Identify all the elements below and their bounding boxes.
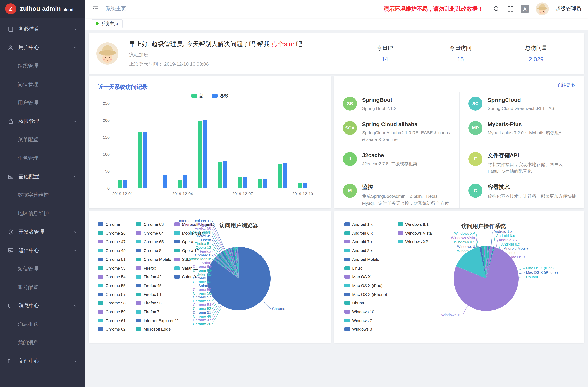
sidebar-item-用户管理[interactable]: 用户管理 <box>0 94 85 112</box>
legend-item[interactable]: Chrome 54 <box>98 274 126 279</box>
legend-item[interactable]: Chrome 61 <box>98 318 126 323</box>
legend-item[interactable]: Chrome 55 <box>98 283 126 288</box>
tech-desc: 集成SpringBootAdmin、Zipkin、Redis、Mysql、定时任… <box>362 193 453 208</box>
tech-badge: SCA <box>343 121 357 135</box>
legend-item[interactable]: Mac OS X (iPhone) <box>344 292 387 296</box>
legend-item[interactable]: Windows XP <box>398 240 428 244</box>
legend-item[interactable]: Firefox <box>136 266 156 270</box>
sidebar-item-务必详看[interactable]: 务必详看 <box>0 20 85 38</box>
chat-icon <box>7 247 14 254</box>
legend-item[interactable]: Microsoft Edge 16 <box>174 222 215 226</box>
legend-item[interactable]: Firefox 51 <box>136 292 162 296</box>
legend-item[interactable]: Mobile Safari <box>174 231 206 235</box>
legend-item[interactable]: Firefox 7 <box>136 309 159 314</box>
legend-item[interactable]: Android 6.x <box>344 231 373 235</box>
tech-title: SpringBoot <box>362 97 396 103</box>
sidebar-item-我的消息[interactable]: 我的消息 <box>0 333 85 352</box>
legend-item[interactable]: Chrome 26 <box>98 231 126 235</box>
fullscreen-icon[interactable] <box>507 5 514 13</box>
tech-item: SCASpring Cloud alibabaSpringCloudAlibab… <box>334 116 459 147</box>
legend-item[interactable]: Linux <box>344 266 362 270</box>
legend-item[interactable]: Android 1.x <box>344 222 373 226</box>
sidebar-item-权限管理[interactable]: 权限管理 <box>0 112 85 131</box>
legend-item[interactable]: Ubuntu <box>344 301 365 305</box>
main-area: 系统主页 演示环境维护不易，请勿乱删乱改数据！ A 超级管理员 系统主页 <box>85 0 588 387</box>
legend-item[interactable]: Microsoft Edge <box>136 327 171 331</box>
font-size-icon[interactable]: A <box>521 5 529 13</box>
legend-item[interactable]: Chrome 49 <box>98 248 126 253</box>
legend-item[interactable]: Android 7.x <box>344 240 373 244</box>
learn-more-link[interactable]: 了解更多 <box>556 81 575 88</box>
legend-item[interactable]: Windows 8 <box>344 327 372 331</box>
sidebar-item-开发者管理[interactable]: 开发者管理 <box>0 223 85 241</box>
sidebar-item-短信中心[interactable]: 短信中心 <box>0 241 85 260</box>
sidebar-item-组织管理[interactable]: 组织管理 <box>0 57 85 75</box>
picture-icon <box>7 173 14 180</box>
legend-item[interactable]: Chrome 64 <box>136 231 164 235</box>
legend-item[interactable]: Chrome 58 <box>98 301 126 305</box>
search-icon[interactable] <box>493 5 500 13</box>
legend-item[interactable]: Chrome <box>98 222 120 226</box>
tech-badge: J <box>343 152 357 166</box>
legend-item[interactable]: Android Mobile <box>344 257 379 262</box>
sidebar-item-数据字典维护[interactable]: 数据字典维护 <box>0 186 85 204</box>
tab-home[interactable]: 系统主页 <box>92 19 123 28</box>
username[interactable]: 超级管理员 <box>556 5 581 12</box>
sidebar-item-地区信息维护[interactable]: 地区信息维护 <box>0 204 85 223</box>
sidebar-item-菜单配置[interactable]: 菜单配置 <box>0 131 85 149</box>
logo[interactable]: Z zuihou-admin cloud <box>0 0 85 18</box>
legend-item[interactable]: Safari 11 <box>174 266 198 270</box>
legend-item[interactable]: Chrome 59 <box>98 309 126 314</box>
collapse-menu-icon[interactable] <box>92 5 99 13</box>
sidebar-item-短信管理[interactable]: 短信管理 <box>0 260 85 278</box>
tech-desc: 封装文件接口，实现本地存储、阿里云、FastDFS存储的配置化 <box>488 161 578 175</box>
chevron-down-icon <box>73 27 78 31</box>
svg-text:100: 100 <box>103 152 110 157</box>
tech-item: SBSpringBootSpring Boot 2.1.2 <box>334 92 459 116</box>
sidebar-item-角色管理[interactable]: 角色管理 <box>0 149 85 167</box>
legend-item[interactable]: Opera 12 <box>174 248 199 253</box>
svg-text:2019-12-10: 2019-12-10 <box>292 191 313 196</box>
legend-item[interactable]: Windows 10 <box>344 309 374 314</box>
legend-item[interactable]: Opera <box>174 240 193 244</box>
legend-item[interactable]: Windows Vista <box>398 231 432 235</box>
stat-item: 今日IP14 <box>347 44 423 62</box>
sidebar-item-用户中心[interactable]: 用户中心 <box>0 38 85 57</box>
legend-item[interactable]: Chrome 57 <box>98 292 126 296</box>
tech-item: SCSpringCloudSpring Cloud Greenwich.RELE… <box>459 92 584 116</box>
sidebar-item-账号配置[interactable]: 账号配置 <box>0 278 85 297</box>
legend-item[interactable]: Mac OS X (iPad) <box>344 283 383 288</box>
legend-item[interactable]: Windows 7 <box>344 318 372 323</box>
legend-item[interactable]: Android 8.x <box>344 248 373 253</box>
chevron-down-icon <box>73 175 78 179</box>
avatar[interactable] <box>536 2 549 16</box>
legend-item[interactable]: Firefox 42 <box>136 274 162 279</box>
legend-item[interactable]: Chrome 47 <box>98 240 126 244</box>
legend-item[interactable]: Mac OS X <box>344 274 371 279</box>
sidebar-item-文件中心[interactable]: 文件中心 <box>0 352 85 370</box>
svg-text:2019-12-01: 2019-12-01 <box>112 191 133 196</box>
legend-item[interactable]: Windows 8.1 <box>398 222 429 226</box>
legend-item[interactable]: Chrome Mobile <box>136 257 171 262</box>
star-link[interactable]: 点个star <box>272 41 294 47</box>
svg-text:2019-12-04: 2019-12-04 <box>172 191 193 196</box>
legend-item[interactable]: Safari 9 <box>174 274 196 279</box>
legend-item[interactable]: Chrome 51 <box>98 257 126 262</box>
legend-item[interactable]: Firefox 45 <box>136 283 162 288</box>
legend-item[interactable]: Chrome 62 <box>98 327 126 331</box>
browser-legend: ChromeChrome 26Chrome 47Chrome 49Chrome … <box>89 211 331 343</box>
legend-item[interactable]: Chrome 53 <box>98 266 126 270</box>
tech-badge: MP <box>468 121 483 135</box>
legend-item[interactable]: Internet Explorer 11 <box>136 318 179 323</box>
legend-item[interactable]: Firefox 56 <box>136 301 162 305</box>
legend-item[interactable]: Chrome 65 <box>136 240 164 244</box>
legend-item[interactable]: Chrome 8 <box>136 248 162 253</box>
sidebar-item-岗位管理[interactable]: 岗位管理 <box>0 75 85 94</box>
sidebar-item-消息中心[interactable]: 消息中心 <box>0 297 85 315</box>
breadcrumb[interactable]: 系统主页 <box>105 5 126 12</box>
sidebar-item-基础配置[interactable]: 基础配置 <box>0 167 85 186</box>
sidebar-item-消息推送[interactable]: 消息推送 <box>0 315 85 333</box>
tech-body: SpringCloudSpring Cloud Greenwich.RELEAS… <box>488 97 557 112</box>
legend-item[interactable]: Chrome 63 <box>136 222 164 226</box>
legend-item[interactable]: Safari <box>174 257 193 262</box>
